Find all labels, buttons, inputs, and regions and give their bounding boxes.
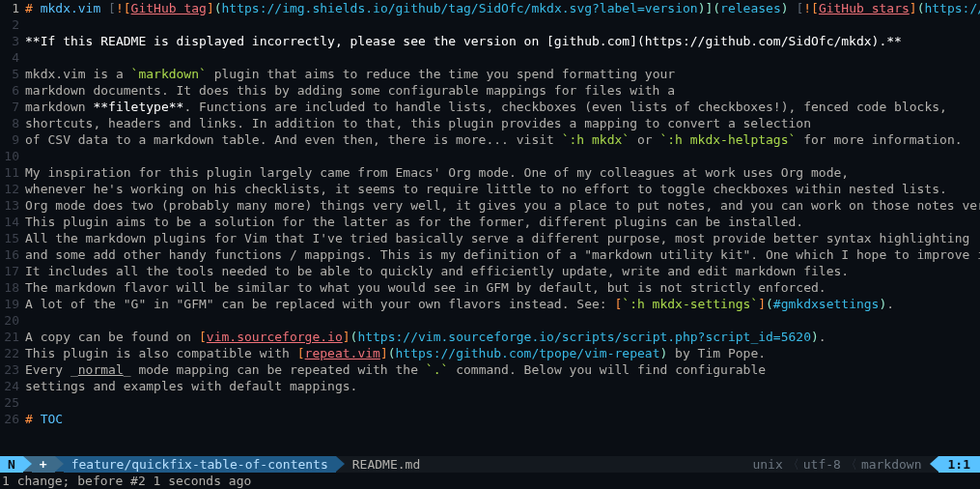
buffer-line[interactable]: mkdx.vim is a `markdown` plugin that aim… [25,66,980,82]
line-number: 16 [0,246,22,263]
buffer-line[interactable]: This plugin is also compatible with [rep… [25,345,980,361]
line-number: 7 [0,99,22,115]
buffer-line[interactable]: markdown **filetype**. Functions are inc… [25,99,980,115]
buffer-line[interactable] [25,148,980,164]
line-number: 15 [0,230,22,246]
buffer-line[interactable] [25,394,980,411]
line-number: 11 [0,164,22,181]
line-number: 24 [0,378,22,394]
editor-buffer[interactable]: # mkdx.vim [![GitHub tag](https://img.sh… [25,0,980,427]
file-encoding: unix〈utf-8〈markdown [744,456,929,473]
buffer-line[interactable] [25,312,980,329]
line-number: 5 [0,66,22,82]
buffer-line[interactable]: The markdown flavor will be similar to w… [25,279,980,296]
buffer-line[interactable]: markdown documents. It does this by addi… [25,82,980,99]
line-number: 10 [0,148,22,164]
git-branch: feature/quickfix-table-of-contents [64,456,336,473]
line-number-gutter: 1234567891011121314151617181920212223242… [0,0,22,427]
line-number: 12 [0,181,22,197]
buffer-line[interactable] [25,16,980,33]
buffer-line[interactable] [25,49,980,66]
line-number: 25 [0,394,22,411]
buffer-line[interactable]: shortcuts, headers and links. In additio… [25,115,980,131]
buffer-line[interactable]: whenever he's working on his checklists,… [25,181,980,197]
line-number: 1 [0,0,22,16]
line-number: 13 [0,197,22,214]
file-name: README.md [345,456,428,473]
line-number: 8 [0,115,22,131]
line-number: 26 [0,411,22,427]
buffer-line[interactable]: of CSV data to a markdown table. And eve… [25,131,980,148]
buffer-line[interactable]: A lot of the "G" in "GFM" can be replace… [25,296,980,312]
buffer-line[interactable]: A copy can be found on [vim.sourceforge.… [25,329,980,345]
buffer-line[interactable]: settings and examples with default mappi… [25,378,980,394]
buffer-line[interactable]: My inspiration for this plugin largely c… [25,164,980,181]
line-number: 9 [0,131,22,148]
buffer-line[interactable]: This plugin aims to be a solution for th… [25,214,980,230]
modified-indicator: + [32,456,55,473]
line-number: 22 [0,345,22,361]
line-number: 3 [0,33,22,49]
buffer-line[interactable]: # mkdx.vim [![GitHub tag](https://img.sh… [25,0,980,16]
line-number: 2 [0,16,22,33]
buffer-line[interactable]: Every _normal_ mode mapping can be repea… [25,361,980,378]
line-number: 14 [0,214,22,230]
mode-indicator: N [0,456,23,473]
line-number: 17 [0,263,22,279]
buffer-line[interactable]: Org mode does two (probably many more) t… [25,197,980,214]
buffer-line[interactable]: It includes all the tools needed to be a… [25,263,980,279]
buffer-line[interactable]: All the markdown plugins for Vim that I'… [25,230,980,246]
line-number: 20 [0,312,22,329]
line-number: 18 [0,279,22,296]
buffer-line[interactable]: **If this README is displayed incorrectl… [25,33,980,49]
command-line[interactable]: 1 change; before #2 1 seconds ago [0,473,980,489]
line-number: 21 [0,329,22,345]
line-number: 19 [0,296,22,312]
line-number: 23 [0,361,22,378]
line-number: 4 [0,49,22,66]
status-line: N + feature/quickfix-table-of-contents R… [0,456,980,473]
buffer-line[interactable]: # TOC [25,411,980,427]
buffer-line[interactable]: and some add other handy functions / map… [25,246,980,263]
line-number: 6 [0,82,22,99]
cursor-position: 1:1 [938,456,980,473]
